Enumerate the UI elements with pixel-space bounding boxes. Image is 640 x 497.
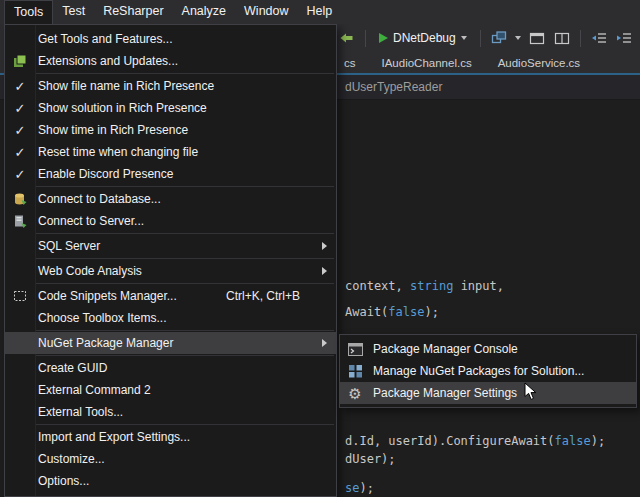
menu-item-label: NuGet Package Manager: [38, 336, 173, 350]
snippet-icon: [5, 289, 35, 303]
menu-item-label: Manage NuGet Packages for Solution...: [373, 364, 584, 378]
submenu-arrow-icon: [322, 242, 327, 250]
menu-separator: [36, 355, 334, 356]
database-icon: [5, 192, 35, 206]
menu-item-label: Code Snippets Manager...: [38, 289, 177, 303]
menu-item-show-time-in-rich-presence[interactable]: ✓Show time in Rich Presence: [5, 119, 336, 141]
menu-item-label: Choose Toolbox Items...: [38, 311, 167, 325]
checkmark-icon: ✓: [5, 123, 35, 138]
checkmark-icon: ✓: [5, 167, 35, 182]
menubar-item-resharper[interactable]: ReSharper: [94, 0, 172, 24]
menubar-item-window[interactable]: Window: [235, 0, 297, 24]
menubar-item-test[interactable]: Test: [53, 0, 94, 24]
checkmark-icon: ✓: [5, 79, 35, 94]
menu-item-connect-to-database[interactable]: Connect to Database...: [5, 188, 336, 210]
menu-item-label: Customize...: [38, 452, 105, 466]
menu-separator: [36, 283, 334, 284]
checkmark-icon: ✓: [5, 145, 35, 160]
menu-item-package-manager-settings[interactable]: ⚙Package Manager Settings: [340, 382, 636, 404]
menubar-item-help[interactable]: Help: [298, 0, 342, 24]
nuget-submenu-popup: Package Manager ConsoleManage NuGet Pack…: [339, 334, 637, 408]
menu-item-label: Enable Discord Presence: [38, 167, 173, 181]
menu-item-label: Import and Export Settings...: [38, 430, 190, 444]
menu-item-label: Show time in Rich Presence: [38, 123, 188, 137]
code-line: se);: [345, 481, 374, 495]
menu-item-label: Show solution in Rich Presence: [38, 101, 207, 115]
code-line: dUser);: [345, 452, 396, 466]
menu-item-label: Reset time when changing file: [38, 145, 198, 159]
checkmark-icon: ✓: [5, 101, 35, 116]
menu-item-enable-discord-presence[interactable]: ✓Enable Discord Presence: [5, 163, 336, 185]
code-line: Await(false);: [345, 305, 439, 319]
menu-item-show-solution-in-rich-presence[interactable]: ✓Show solution in Rich Presence: [5, 97, 336, 119]
submenu-arrow-icon: [322, 339, 327, 347]
code-line: d.Id, userId).ConfigureAwait(false);: [345, 434, 605, 448]
gear-icon: ⚙: [340, 386, 370, 401]
menu-item-label: Options...: [38, 474, 89, 488]
menu-item-code-snippets-manager[interactable]: Code Snippets Manager...Ctrl+K, Ctrl+B: [5, 285, 336, 307]
menu-item-label: External Tools...: [38, 405, 123, 419]
menu-item-choose-toolbox-items[interactable]: Choose Toolbox Items...: [5, 307, 336, 329]
tools-menu-popup: Get Tools and Features...Extensions and …: [4, 24, 337, 497]
menu-item-reset-time-when-changing-file[interactable]: ✓Reset time when changing file: [5, 141, 336, 163]
menu-item-label: Package Manager Settings: [373, 386, 517, 400]
menu-separator: [36, 330, 334, 331]
menu-separator: [36, 186, 334, 187]
menubar-item-tools[interactable]: Tools: [4, 0, 53, 24]
menubar-item-analyze[interactable]: Analyze: [173, 0, 235, 24]
menu-item-extensions-and-updates[interactable]: Extensions and Updates...: [5, 50, 336, 72]
menu-item-label: Package Manager Console: [373, 342, 518, 356]
menu-item-create-guid[interactable]: Create GUID: [5, 357, 336, 379]
menu-item-get-tools-and-features[interactable]: Get Tools and Features...: [5, 28, 336, 50]
menu-item-external-command-2[interactable]: External Command 2: [5, 379, 336, 401]
menu-item-label: Connect to Database...: [38, 192, 161, 206]
extensions-icon: [5, 54, 35, 68]
menu-item-label: Show file name in Rich Presence: [38, 79, 214, 93]
menu-item-label: Create GUID: [38, 361, 107, 375]
menu-item-show-file-name-in-rich-presence[interactable]: ✓Show file name in Rich Presence: [5, 75, 336, 97]
vs-window: DNetDebug csIAudioChannel.csAudioServi: [0, 0, 640, 497]
menu-item-nuget-package-manager[interactable]: NuGet Package Manager: [5, 332, 336, 354]
code-line: context, string input,: [345, 279, 504, 293]
submenu-arrow-icon: [322, 267, 327, 275]
server-icon: [5, 214, 35, 228]
menu-item-manage-nuget-packages-for-solution[interactable]: Manage NuGet Packages for Solution...: [340, 360, 636, 382]
menu-item-label: Connect to Server...: [38, 214, 144, 228]
menu-item-web-code-analysis[interactable]: Web Code Analysis: [5, 260, 336, 282]
menu-item-label: Web Code Analysis: [38, 264, 142, 278]
package-icon: [340, 364, 370, 378]
menu-separator: [36, 73, 334, 74]
menu-item-connect-to-server[interactable]: Connect to Server...: [5, 210, 336, 232]
menu-item-label: External Command 2: [38, 383, 151, 397]
console-icon: [340, 343, 370, 356]
menu-separator: [36, 424, 334, 425]
menu-item-label: SQL Server: [38, 239, 100, 253]
menu-item-package-manager-console[interactable]: Package Manager Console: [340, 338, 636, 360]
menu-item-customize[interactable]: Customize...: [5, 448, 336, 470]
menu-separator: [36, 233, 334, 234]
menu-item-options[interactable]: Options...: [5, 470, 336, 492]
menu-item-external-tools[interactable]: External Tools...: [5, 401, 336, 423]
menu-item-label: Get Tools and Features...: [38, 32, 173, 46]
menubar: ToolsTestReSharperAnalyzeWindowHelp: [0, 0, 640, 24]
menu-item-sql-server[interactable]: SQL Server: [5, 235, 336, 257]
menu-separator: [36, 258, 334, 259]
menu-item-label: Extensions and Updates...: [38, 54, 178, 68]
menu-item-import-and-export-settings[interactable]: Import and Export Settings...: [5, 426, 336, 448]
menu-item-shortcut: Ctrl+K, Ctrl+B: [226, 289, 300, 303]
